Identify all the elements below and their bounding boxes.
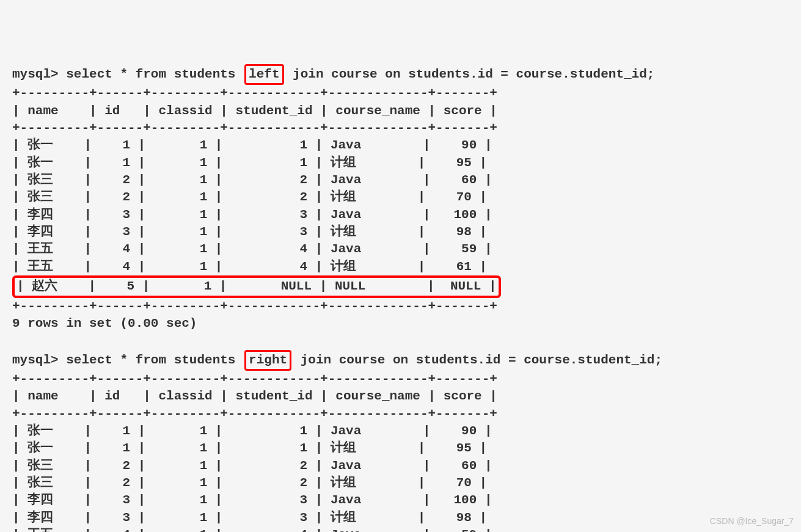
terminal-output: mysql> select * from students left join … [12, 64, 789, 532]
table-row: | 李四 | 3 | 1 | 3 | Java | 100 | [12, 208, 492, 222]
table-border: +---------+------+---------+------------… [12, 121, 497, 135]
table-row: | 张一 | 1 | 1 | 1 | Java | 90 | [12, 424, 492, 438]
sql-suffix: join course on students.id = course.stud… [285, 67, 655, 81]
table-row: | 张三 | 2 | 1 | 2 | 计组 | 70 | [12, 190, 487, 204]
sql-prefix: select * from students [66, 67, 243, 81]
table-row: | 张三 | 2 | 1 | 2 | Java | 60 | [12, 459, 492, 473]
table-border: +---------+------+---------+------------… [12, 407, 497, 421]
table-row: | 张一 | 1 | 1 | 1 | Java | 90 | [12, 138, 492, 152]
table-header: | name | id | classid | student_id | cou… [12, 104, 497, 118]
table-border: +---------+------+---------+------------… [12, 299, 497, 313]
result-footer: 9 rows in set (0.00 sec) [12, 316, 197, 330]
table-border: +---------+------+---------+------------… [12, 86, 497, 100]
keyword-right: right [249, 353, 287, 367]
table-row: | 张一 | 1 | 1 | 1 | 计组 | 95 | [12, 441, 487, 455]
table-row: | 张三 | 2 | 1 | 2 | 计组 | 70 | [12, 476, 487, 490]
table-row: | 张一 | 1 | 1 | 1 | 计组 | 95 | [12, 156, 487, 170]
keyword-left: left [249, 67, 279, 81]
table-border: +---------+------+---------+------------… [12, 372, 497, 386]
sql-suffix: join course on students.id = course.stud… [293, 353, 662, 367]
watermark: CSDN @Ice_Sugar_7 [710, 516, 794, 527]
table-row: | 王五 | 4 | 1 | 4 | 计组 | 61 | [12, 260, 487, 274]
keyword-left-highlight: left [244, 64, 283, 85]
null-row-highlight: | 赵六 | 5 | 1 | NULL | NULL | NULL | [12, 275, 501, 297]
table-row: | 王五 | 4 | 1 | 4 | Java | 59 | [12, 528, 492, 532]
mysql-prompt: mysql> [12, 353, 66, 367]
table-row: | 王五 | 4 | 1 | 4 | Java | 59 | [12, 242, 492, 256]
table-row-null: | 赵六 | 5 | 1 | NULL | NULL | NULL | [16, 279, 497, 293]
table-row: | 李四 | 3 | 1 | 3 | 计组 | 98 | [12, 225, 487, 239]
table-row: | 李四 | 3 | 1 | 3 | Java | 100 | [12, 493, 492, 507]
table-row: | 李四 | 3 | 1 | 3 | 计组 | 98 | [12, 511, 487, 525]
table-header: | name | id | classid | student_id | cou… [12, 389, 497, 403]
sql-prefix: select * from students [66, 353, 243, 367]
table-row: | 张三 | 2 | 1 | 2 | Java | 60 | [12, 173, 492, 187]
keyword-right-highlight: right [244, 350, 291, 371]
mysql-prompt: mysql> [12, 67, 66, 81]
